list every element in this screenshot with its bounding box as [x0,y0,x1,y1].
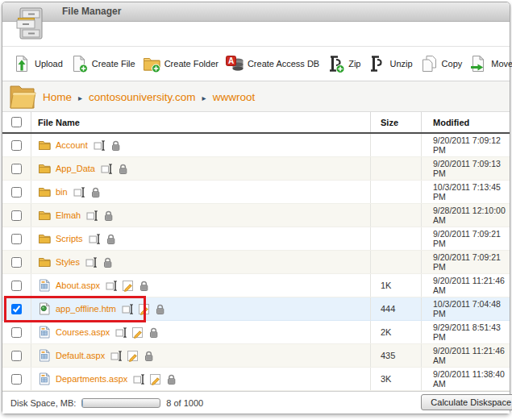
toolbar-button-label: Create Folder [164,59,219,69]
edit-icon[interactable] [127,350,139,362]
toolbar-button-label: Copy [442,59,463,69]
file-modified: 9/20/2011 7:09:21 PM [421,227,510,250]
row-checkbox[interactable] [11,210,22,221]
rename-icon[interactable] [89,233,101,245]
rename-icon[interactable] [101,163,113,175]
edit-icon[interactable] [138,303,150,315]
breadcrumb: Home▸contosouniversity.com▸wwwroot [43,89,255,104]
lock-icon[interactable] [143,350,155,362]
edit-icon[interactable] [131,326,144,339]
row-checkbox[interactable] [11,187,22,198]
folder-icon [38,162,51,175]
lock-icon[interactable] [110,139,122,152]
row-checkbox[interactable] [11,164,22,174]
file-size: 435 [370,344,421,367]
aspx-file-icon [38,372,51,385]
edit-icon[interactable] [149,373,161,385]
toolbar-button-create-access-db[interactable]: ACreate Access DB [222,52,323,76]
table-row-departments-aspx: Departments.aspx3K9/20/2011 11:38:40 AM [2,368,510,391]
rename-icon[interactable] [94,139,106,152]
file-name-link[interactable]: Account [56,140,88,150]
create-folder-icon [142,54,161,73]
disk-space-progress-fill [82,399,83,407]
breadcrumb-link-contosouniversity-com[interactable]: contosouniversity.com [89,91,196,103]
header-file-name: File Name [31,112,370,132]
row-checkbox-cell [2,297,31,320]
folder-icon [38,139,51,152]
create-file-icon [69,54,89,73]
row-checkbox[interactable] [11,327,22,338]
file-name-link[interactable]: Departments.aspx [56,374,127,384]
aspx-file-icon [38,326,51,339]
edit-icon[interactable] [122,280,134,292]
toolbar-button-zip[interactable]: Zip [323,52,364,76]
rename-icon[interactable] [86,210,98,222]
rename-icon[interactable] [133,373,145,385]
rename-icon[interactable] [122,303,134,315]
file-modified: 9/20/2011 11:21:46 AM [421,344,510,367]
rename-icon[interactable] [73,186,85,198]
breadcrumb-link-home[interactable]: Home [43,91,72,103]
table-row-courses-aspx: Courses.aspx2K9/29/2011 8:51:43 PM [2,321,510,344]
row-checkbox-cell [2,181,31,203]
file-name-link[interactable]: About.aspx [56,281,100,290]
toolbar-button-move[interactable]: Move [465,52,512,76]
file-name-link[interactable]: Scripts [56,234,83,243]
breadcrumb-separator-icon: ▸ [78,94,82,102]
file-modified: 9/20/2011 7:09:12 PM [421,134,510,156]
file-name-link[interactable]: Elmah [56,210,81,220]
file-name-cell: Styles [31,251,370,273]
rename-icon[interactable] [110,350,123,362]
rename-icon[interactable] [85,256,98,268]
file-name-cell: Elmah [31,204,370,227]
row-checkbox[interactable] [11,140,22,151]
file-name-link[interactable]: bin [56,187,68,197]
file-modified: 10/3/2011 7:13:45 PM [421,181,510,203]
file-name-cell: Account [31,134,370,156]
lock-icon[interactable] [105,233,117,245]
lock-icon[interactable] [138,280,150,292]
file-size [370,181,421,203]
row-checkbox[interactable] [11,257,22,268]
lock-icon[interactable] [165,373,177,385]
header-size: Size [370,112,421,132]
row-checkbox-cell [2,157,31,180]
select-all-checkbox[interactable] [11,117,22,127]
table-row-scripts: Scripts9/20/2011 7:09:21 PM [2,227,510,251]
file-name-link[interactable]: App_Data [56,164,95,173]
toolbar-button-upload[interactable]: Upload [9,52,66,76]
toolbar-button-create-file[interactable]: Create File [66,52,139,76]
lock-icon[interactable] [89,186,102,198]
lock-icon[interactable] [102,256,114,268]
file-name-link[interactable]: Styles [56,257,80,267]
aspx-file-icon [38,279,51,292]
calculate-diskspace-button[interactable]: Calculate Diskspace [421,394,512,410]
svg-text:A: A [228,56,234,65]
htm-file-icon [38,302,51,315]
lock-icon[interactable] [117,163,129,175]
rename-icon[interactable] [115,326,127,339]
row-checkbox[interactable] [11,374,22,385]
row-checkbox-cell [2,368,31,390]
file-modified: 9/29/2011 8:51:43 PM [421,321,510,343]
title-bar: File Manager [2,2,510,22]
row-checkbox[interactable] [11,351,22,361]
rename-icon[interactable] [106,280,118,292]
row-checkbox-cell [2,204,31,227]
file-name-link[interactable]: Courses.aspx [56,327,110,337]
file-name-link[interactable]: app_offline.htm [56,304,116,314]
lock-icon[interactable] [154,303,166,315]
lock-icon[interactable] [102,210,114,222]
toolbar-button-unzip[interactable]: Unzip [364,52,415,76]
lock-icon[interactable] [148,326,160,339]
row-checkbox[interactable] [11,281,22,291]
toolbar-button-create-folder[interactable]: Create Folder [139,52,222,76]
row-checkbox-cell [2,274,31,297]
row-checkbox[interactable] [11,234,22,244]
footer: Disk Space, MB: 8 of 1000 Calculate Disk… [2,391,510,414]
file-name-link[interactable]: Default.aspx [56,351,105,360]
breadcrumb-link-wwwroot[interactable]: wwwroot [213,91,256,103]
file-modified: 10/3/2011 7:04:48 PM [421,297,510,320]
row-checkbox[interactable] [11,304,22,314]
toolbar-button-copy[interactable]: Copy [416,52,466,76]
